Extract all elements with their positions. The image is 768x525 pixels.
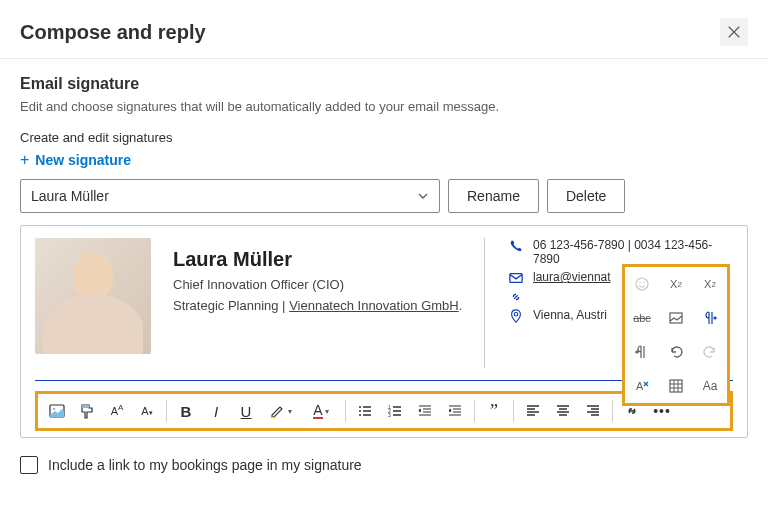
- italic-button[interactable]: I: [203, 398, 229, 424]
- more-formatting-popup: X2 X2 abc A Aa: [622, 264, 730, 406]
- svg-point-13: [643, 282, 645, 284]
- insert-emoji-button[interactable]: [625, 267, 659, 301]
- increase-indent-button[interactable]: [442, 398, 468, 424]
- svg-point-5: [359, 406, 361, 408]
- svg-point-12: [639, 282, 641, 284]
- change-case-button[interactable]: Aa: [693, 369, 727, 403]
- format-painter-button[interactable]: [74, 398, 100, 424]
- increase-font-button[interactable]: AA: [104, 398, 130, 424]
- svg-rect-16: [670, 380, 682, 392]
- font-color-button[interactable]: A▾: [303, 398, 339, 424]
- signature-select-value: Laura Müller: [31, 188, 109, 204]
- page-title: Compose and reply: [20, 21, 206, 44]
- svg-point-6: [359, 410, 361, 412]
- phone-icon: [509, 238, 523, 253]
- new-signature-button[interactable]: + New signature: [20, 151, 748, 169]
- include-bookings-checkbox[interactable]: [20, 456, 38, 474]
- underline-button[interactable]: U: [233, 398, 259, 424]
- separator: [345, 400, 346, 422]
- undo-button[interactable]: [659, 335, 693, 369]
- decrease-indent-button[interactable]: [412, 398, 438, 424]
- bulleted-list-button[interactable]: [352, 398, 378, 424]
- chevron-down-icon: [417, 190, 429, 202]
- rename-button[interactable]: Rename: [448, 179, 539, 213]
- avatar: [35, 238, 151, 354]
- close-icon: [727, 25, 741, 39]
- subscript-button[interactable]: X2: [693, 267, 727, 301]
- align-right-button[interactable]: [580, 398, 606, 424]
- quote-button[interactable]: ”: [481, 398, 507, 424]
- svg-text:A: A: [636, 380, 644, 392]
- section-title: Email signature: [20, 75, 748, 93]
- redo-button[interactable]: [693, 335, 727, 369]
- svg-point-3: [53, 408, 56, 411]
- plus-icon: +: [20, 151, 29, 169]
- separator: [166, 400, 167, 422]
- separator: [474, 400, 475, 422]
- svg-rect-4: [271, 417, 276, 419]
- svg-point-1: [514, 313, 518, 317]
- ltr-button[interactable]: [693, 301, 727, 335]
- svg-rect-0: [510, 274, 522, 283]
- insert-image-button[interactable]: [44, 398, 70, 424]
- signature-select[interactable]: Laura Müller: [20, 179, 440, 213]
- svg-text:3: 3: [388, 412, 391, 418]
- close-button[interactable]: [720, 18, 748, 46]
- separator: [513, 400, 514, 422]
- decrease-font-button[interactable]: A▾: [134, 398, 160, 424]
- signature-org: Strategic Planning | Viennatech Innovati…: [173, 296, 462, 316]
- delete-button[interactable]: Delete: [547, 179, 625, 213]
- svg-point-7: [359, 414, 361, 416]
- highlight-button[interactable]: ▾: [263, 398, 299, 424]
- superscript-button[interactable]: X2: [659, 267, 693, 301]
- svg-point-11: [636, 278, 648, 290]
- email-icon: [509, 270, 523, 285]
- section-subtext: Edit and choose signatures that will be …: [20, 99, 748, 114]
- separator: [612, 400, 613, 422]
- include-bookings-label: Include a link to my bookings page in my…: [48, 457, 362, 473]
- create-edit-label: Create and edit signatures: [20, 130, 748, 145]
- bold-button[interactable]: B: [173, 398, 199, 424]
- link-icon: [509, 289, 523, 304]
- align-center-button[interactable]: [550, 398, 576, 424]
- contact-phone: 06 123-456-7890 | 0034 123-456-7890: [509, 238, 733, 266]
- insert-table-button[interactable]: [659, 369, 693, 403]
- signature-role: Chief Innovation Officer (CIO): [173, 277, 462, 292]
- rtl-button[interactable]: [625, 335, 659, 369]
- signature-name: Laura Müller: [173, 248, 462, 271]
- strikethrough-button[interactable]: abc: [625, 301, 659, 335]
- clear-formatting-button[interactable]: A: [625, 369, 659, 403]
- align-left-button[interactable]: [520, 398, 546, 424]
- numbered-list-button[interactable]: 123: [382, 398, 408, 424]
- location-icon: [509, 308, 523, 323]
- insert-picture-inline-button[interactable]: [659, 301, 693, 335]
- new-signature-label: New signature: [35, 152, 131, 168]
